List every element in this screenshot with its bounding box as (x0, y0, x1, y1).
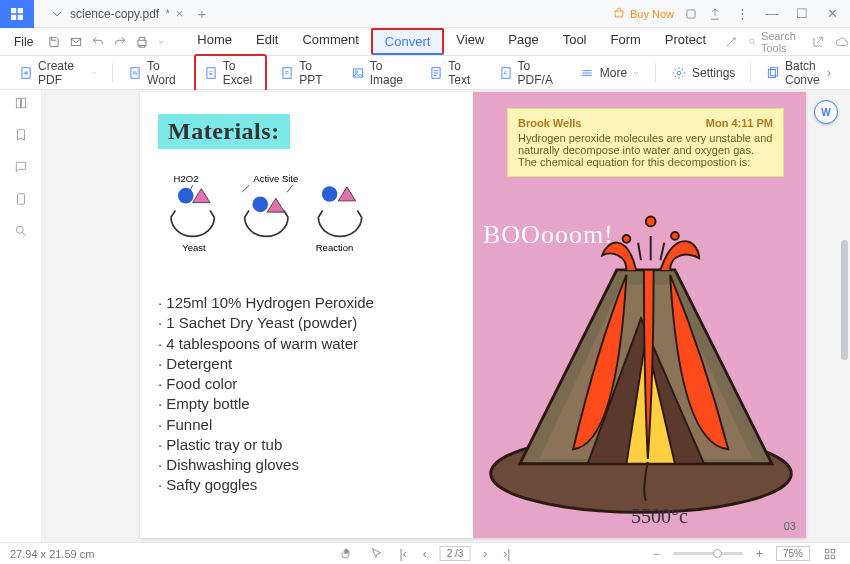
main-menu: Home Edit Comment Convert View Page Tool… (185, 28, 718, 55)
to-image-button[interactable]: To Image (342, 55, 417, 91)
tab-close-icon[interactable]: × (176, 6, 184, 21)
open-external-icon[interactable] (811, 35, 825, 49)
svg-point-31 (671, 232, 679, 240)
zoom-slider[interactable] (673, 552, 743, 555)
document-tab[interactable]: science-copy.pdf * × (42, 2, 191, 26)
sticky-note[interactable]: Brook Wells Mon 4:11 PM Hydrogen peroxid… (507, 108, 784, 177)
undo-icon[interactable] (91, 35, 105, 49)
page-number: 03 (784, 520, 796, 532)
to-pdfa-button[interactable]: A To PDF/A (490, 55, 566, 91)
to-text-button[interactable]: To Text (420, 55, 485, 91)
zoom-in-button[interactable]: + (753, 547, 766, 561)
comment-panel-icon[interactable] (14, 160, 28, 174)
menu-page[interactable]: Page (496, 28, 550, 55)
attachment-icon[interactable] (14, 192, 28, 206)
svg-point-24 (252, 197, 268, 213)
cloud-icon[interactable] (835, 35, 849, 49)
word-export-badge[interactable]: W (814, 100, 838, 124)
to-excel-button[interactable]: E To Excel (194, 54, 267, 92)
menu-tool[interactable]: Tool (551, 28, 599, 55)
notification-icon[interactable] (684, 7, 698, 21)
list-item: Empty bottle (158, 394, 455, 414)
prev-page-button[interactable]: ‹ (420, 547, 430, 561)
svg-point-11 (355, 70, 357, 72)
zoom-percent[interactable]: 75% (776, 546, 810, 561)
kebab-menu-icon[interactable]: ⋮ (732, 6, 752, 21)
svg-text:P: P (285, 70, 289, 76)
hand-tool-icon[interactable] (337, 547, 357, 561)
search-panel-icon[interactable] (14, 224, 28, 238)
close-window-button[interactable]: ✕ (822, 6, 842, 21)
menu-comment[interactable]: Comment (290, 28, 370, 55)
redo-icon[interactable] (113, 35, 127, 49)
label-h2o2: H2O2 (174, 173, 199, 184)
sticky-body: Hydrogen peroxide molecules are very uns… (518, 132, 773, 168)
maximize-button[interactable]: ☐ (792, 6, 812, 21)
zoom-out-button[interactable]: − (650, 547, 663, 561)
menu-form[interactable]: Form (599, 28, 653, 55)
svg-rect-18 (16, 98, 20, 107)
file-menu[interactable]: File (10, 35, 37, 49)
svg-text:E: E (209, 70, 213, 76)
menu-edit[interactable]: Edit (244, 28, 290, 55)
sticky-author: Brook Wells (518, 117, 581, 129)
mail-icon[interactable] (69, 35, 83, 49)
svg-text:W: W (133, 70, 138, 76)
print-icon[interactable] (135, 35, 149, 49)
to-word-button[interactable]: W To Word (119, 55, 190, 91)
next-page-button[interactable]: › (480, 547, 490, 561)
wand-icon[interactable] (724, 35, 738, 49)
svg-rect-20 (17, 194, 24, 205)
svg-text:A: A (503, 71, 507, 76)
svg-rect-33 (831, 549, 835, 553)
batch-convert-button[interactable]: Batch Conve › (757, 55, 840, 91)
settings-button[interactable]: Settings (662, 61, 744, 85)
create-pdf-button[interactable]: Create PDF (10, 55, 106, 91)
svg-point-2 (750, 39, 754, 43)
search-tools[interactable]: Search Tools (748, 30, 801, 54)
minimize-button[interactable]: — (762, 6, 782, 21)
svg-rect-0 (687, 9, 695, 17)
svg-rect-17 (771, 67, 778, 75)
list-item: Detergent (158, 354, 455, 374)
batch-icon (766, 65, 780, 81)
document-canvas[interactable]: W Materials: H2O2 Active Site (42, 90, 850, 542)
select-tool-icon[interactable] (367, 547, 387, 561)
page-left-column: Materials: H2O2 Active Site (140, 92, 473, 538)
thumbnails-icon[interactable] (14, 96, 28, 110)
vertical-scrollbar[interactable] (841, 240, 848, 360)
list-item: 1 Sachet Dry Yeast (powder) (158, 313, 455, 333)
overflow-chevron-icon[interactable]: › (827, 66, 831, 80)
fit-page-icon[interactable] (820, 547, 840, 561)
buy-now-link[interactable]: Buy Now (612, 7, 674, 21)
svg-rect-32 (825, 549, 829, 553)
create-pdf-icon (19, 65, 33, 81)
menubar: File Home Edit Comment Convert View Page… (0, 28, 850, 56)
first-page-button[interactable]: |‹ (397, 547, 410, 561)
list-item: Food color (158, 374, 455, 394)
bookmark-icon[interactable] (14, 128, 28, 142)
menu-convert[interactable]: Convert (371, 28, 445, 55)
to-ppt-button[interactable]: P To PPT (271, 55, 338, 91)
save-icon[interactable] (47, 35, 61, 49)
chevron-down-icon (50, 7, 64, 21)
label-yeast: Yeast (182, 242, 206, 253)
last-page-button[interactable]: ›| (500, 547, 513, 561)
print-dropdown-icon[interactable] (157, 35, 165, 49)
share-icon[interactable] (708, 7, 722, 21)
list-item: Dishwashing gloves (158, 455, 455, 475)
list-item: Funnel (158, 415, 455, 435)
menu-protect[interactable]: Protect (653, 28, 718, 55)
menu-view[interactable]: View (444, 28, 496, 55)
text-icon (429, 65, 443, 81)
svg-marker-23 (193, 189, 210, 203)
materials-list: 125ml 10% Hydrogen Peroxide 1 Sachet Dry… (158, 293, 455, 496)
workspace: W Materials: H2O2 Active Site (0, 90, 850, 542)
page-indicator[interactable]: 2 /3 (440, 546, 471, 561)
more-button[interactable]: More (570, 61, 649, 85)
menu-home[interactable]: Home (185, 28, 244, 55)
svg-point-29 (623, 235, 631, 243)
svg-point-26 (322, 186, 338, 202)
app-logo[interactable] (0, 0, 34, 28)
new-tab-button[interactable]: + (197, 5, 206, 22)
